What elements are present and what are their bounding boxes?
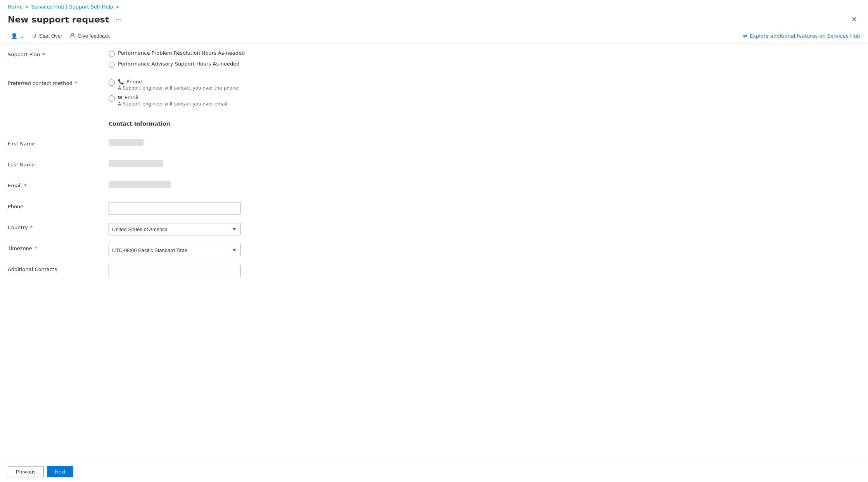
toolbar: 👤 ⌄ ↺ Start Over Give feedback ⇄ Explore… bbox=[0, 28, 868, 44]
phone-control bbox=[109, 202, 357, 214]
close-button[interactable]: ✕ bbox=[848, 14, 860, 25]
preferred-contact-label: Preferred contact method * bbox=[8, 79, 109, 86]
contact-info-spacer bbox=[8, 117, 109, 119]
page-title-row: New support request ··· bbox=[8, 15, 123, 24]
phone-label-row: 📞 Phone bbox=[118, 79, 238, 85]
support-plan-option-2[interactable]: Performance Advisory Support Hours As-ne… bbox=[109, 61, 357, 68]
preferred-contact-options: 📞 Phone A Support engineer will contact … bbox=[109, 79, 357, 111]
country-row: Country * United States of America Canad… bbox=[8, 223, 357, 237]
support-plan-row: Support Plan * Performance Problem Resol… bbox=[8, 50, 357, 72]
last-name-control bbox=[109, 160, 357, 168]
form-section: Support Plan * Performance Problem Resol… bbox=[8, 50, 357, 279]
country-control: United States of America Canada United K… bbox=[109, 223, 357, 235]
last-name-row: Last Name bbox=[8, 160, 357, 174]
contact-phone-option[interactable]: 📞 Phone A Support engineer will contact … bbox=[109, 79, 357, 91]
preferred-contact-row: Preferred contact method * 📞 Phone A Sup… bbox=[8, 79, 357, 111]
phone-field-label: Phone bbox=[8, 202, 109, 209]
phone-icon: 📞 bbox=[118, 79, 124, 85]
breadcrumb-home[interactable]: Home bbox=[8, 4, 22, 10]
first-name-label: First Name bbox=[8, 139, 109, 147]
contact-phone-radio[interactable] bbox=[109, 79, 115, 86]
email-sublabel: A Support engineer will contact you over… bbox=[118, 101, 227, 107]
country-required: * bbox=[29, 225, 33, 230]
last-name-blurred bbox=[109, 160, 163, 167]
contact-info-heading-row: Contact Information bbox=[8, 117, 357, 132]
email-control bbox=[109, 181, 357, 189]
give-feedback-label: Give feedback bbox=[78, 33, 110, 39]
country-label: Country * bbox=[8, 223, 109, 230]
page-header: New support request ··· ✕ bbox=[0, 12, 868, 28]
next-button[interactable]: Next bbox=[47, 466, 74, 477]
additional-contacts-control bbox=[109, 265, 357, 277]
breadcrumb: Home > Services Hub | Support Self Help … bbox=[0, 0, 868, 12]
phone-row: Phone bbox=[8, 202, 357, 216]
email-row: Email * bbox=[8, 181, 357, 195]
footer: Previous Next bbox=[0, 461, 868, 482]
ellipsis-button[interactable]: ··· bbox=[113, 15, 123, 24]
support-plan-radio-1[interactable] bbox=[109, 51, 115, 57]
timezone-row: Timezone * UTC-08:00 Pacific Standard Ti… bbox=[8, 244, 357, 258]
explore-icon: ⇄ bbox=[743, 33, 747, 39]
contact-email-option[interactable]: ✉ Email A Support engineer will contact … bbox=[109, 95, 357, 107]
refresh-icon: ↺ bbox=[32, 33, 37, 39]
page-title: New support request bbox=[8, 15, 109, 24]
explore-label: Explore additional features on Services … bbox=[750, 33, 860, 39]
email-label-row: ✉ Email bbox=[118, 95, 227, 100]
timezone-control: UTC-08:00 Pacific Standard Time UTC-05:0… bbox=[109, 244, 357, 256]
start-over-label: Start Over bbox=[39, 33, 62, 39]
explore-features-link[interactable]: ⇄ Explore additional features on Service… bbox=[743, 33, 860, 39]
phone-input[interactable] bbox=[109, 202, 240, 214]
support-plan-option-1[interactable]: Performance Problem Resolution Hours As-… bbox=[109, 50, 357, 57]
support-plan-label: Support Plan * bbox=[8, 50, 109, 57]
timezone-label: Timezone * bbox=[8, 244, 109, 251]
support-plan-option-1-label: Performance Problem Resolution Hours As-… bbox=[118, 50, 245, 56]
email-label: Email bbox=[124, 95, 138, 100]
email-blurred bbox=[109, 181, 171, 188]
country-select[interactable]: United States of America Canada United K… bbox=[109, 223, 240, 235]
contact-info-heading: Contact Information bbox=[109, 121, 357, 127]
user-icon: 👤 bbox=[11, 33, 17, 39]
breadcrumb-sep1: > bbox=[25, 4, 29, 10]
first-name-row: First Name bbox=[8, 139, 357, 153]
first-name-control bbox=[109, 139, 357, 147]
support-plan-option-2-label: Performance Advisory Support Hours As-ne… bbox=[118, 61, 239, 67]
feedback-icon bbox=[70, 33, 75, 39]
breadcrumb-services-hub[interactable]: Services Hub | Support Self Help bbox=[31, 4, 113, 10]
phone-sublabel: A Support engineer will contact you over… bbox=[118, 85, 238, 91]
toolbar-left: 👤 ⌄ ↺ Start Over Give feedback bbox=[8, 31, 113, 41]
preferred-contact-required: * bbox=[73, 80, 78, 86]
additional-contacts-input[interactable] bbox=[109, 265, 240, 277]
additional-contacts-row: Additional Contacts bbox=[8, 265, 357, 279]
email-required: * bbox=[22, 183, 27, 188]
last-name-label: Last Name bbox=[8, 160, 109, 168]
email-field-label: Email * bbox=[8, 181, 109, 188]
support-plan-required: * bbox=[41, 52, 45, 57]
email-icon: ✉ bbox=[118, 95, 122, 100]
main-content: Support Plan * Performance Problem Resol… bbox=[0, 44, 868, 461]
timezone-required: * bbox=[33, 245, 37, 251]
start-over-button[interactable]: ↺ Start Over bbox=[29, 31, 65, 41]
chevron-down-icon: ⌄ bbox=[20, 33, 24, 39]
svg-point-0 bbox=[71, 33, 74, 36]
phone-label: Phone bbox=[126, 79, 142, 85]
contact-info-heading-area: Contact Information bbox=[109, 117, 357, 132]
additional-contacts-label: Additional Contacts bbox=[8, 265, 109, 272]
give-feedback-button[interactable]: Give feedback bbox=[67, 31, 113, 41]
user-button[interactable]: 👤 ⌄ bbox=[8, 31, 28, 41]
support-plan-radio-2[interactable] bbox=[109, 62, 115, 68]
support-plan-options: Performance Problem Resolution Hours As-… bbox=[109, 50, 357, 72]
previous-button[interactable]: Previous bbox=[8, 466, 44, 477]
first-name-blurred bbox=[109, 139, 144, 146]
contact-email-radio[interactable] bbox=[109, 95, 115, 102]
timezone-select[interactable]: UTC-08:00 Pacific Standard Time UTC-05:0… bbox=[109, 244, 240, 256]
breadcrumb-sep2: > bbox=[116, 4, 119, 10]
